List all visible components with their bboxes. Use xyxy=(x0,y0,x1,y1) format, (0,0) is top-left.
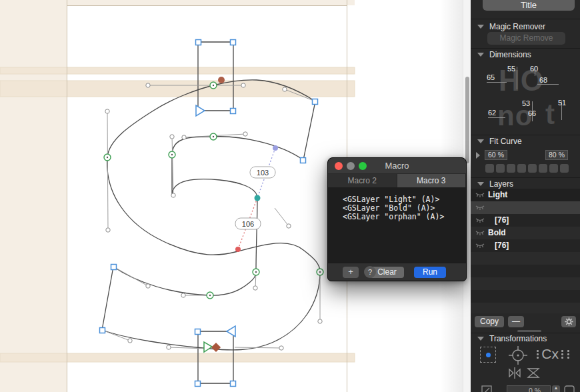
macro-panel-window[interactable]: Macro Macro 2 Macro 3 <GSLayer "Light" (… xyxy=(327,157,467,281)
console-line-1: <GSLayer "Light" (A)> xyxy=(343,195,439,204)
remove-layer-button[interactable]: — xyxy=(508,316,524,327)
right-sidebar: Title Magic Remover Magic Remove Dimensi… xyxy=(471,0,580,392)
macro-output-console[interactable]: <GSLayer "Light" (A)> <GSLayer "Bold" (A… xyxy=(328,187,466,264)
eye-icon[interactable] xyxy=(475,204,485,211)
fit-curve-max-field[interactable]: 80 % xyxy=(545,150,568,160)
disclosure-triangle-icon[interactable] xyxy=(477,337,484,341)
fit-curve-step-button[interactable] xyxy=(528,164,537,173)
fit-curve-expand-icon[interactable] xyxy=(476,152,480,159)
left-margin-area xyxy=(0,0,67,392)
eye-icon[interactable] xyxy=(475,229,485,237)
panel-resize-handle[interactable] xyxy=(517,330,541,332)
scrollbar-thumb[interactable] xyxy=(465,77,469,163)
dimension-value: 60 xyxy=(530,65,538,73)
fit-curve-step-button[interactable] xyxy=(517,164,526,173)
dimension-value: 68 xyxy=(539,76,547,84)
disclosure-triangle-icon[interactable] xyxy=(477,25,484,29)
dimension-value: 65 xyxy=(487,73,495,81)
start-node-triangles-blue[interactable] xyxy=(196,105,235,337)
scale-cx-icon[interactable]: Cx xyxy=(536,346,570,362)
layer-row-light[interactable]: Light xyxy=(471,189,580,201)
fit-curve-step-button[interactable] xyxy=(539,164,547,173)
fit-curve-step-button[interactable] xyxy=(560,164,569,173)
fit-curve-step-button[interactable] xyxy=(507,164,515,173)
layer-row-empty[interactable] xyxy=(471,277,580,290)
layer-settings-button[interactable] xyxy=(561,316,576,327)
layer-row-empty[interactable] xyxy=(471,303,580,313)
layer-row-bold[interactable]: Bold xyxy=(471,227,580,239)
offcurve-handles[interactable] xyxy=(105,83,322,350)
macro-tab-bar: Macro 2 Macro 3 xyxy=(328,174,466,187)
measurement-value-upper: 103 xyxy=(257,169,269,177)
layer-row-empty[interactable] xyxy=(471,265,580,277)
gear-icon xyxy=(565,317,573,326)
measurement-value-lower: 106 xyxy=(242,220,254,228)
transform-option-icon[interactable] xyxy=(564,385,575,392)
add-macro-button[interactable]: + xyxy=(343,267,359,278)
magic-remover-header[interactable]: Magic Remover xyxy=(471,22,580,33)
disclosure-triangle-icon[interactable] xyxy=(477,53,484,57)
help-button[interactable]: ? xyxy=(364,266,376,278)
bottom-anchor[interactable] xyxy=(211,343,221,352)
magic-remove-button[interactable]: Magic Remove xyxy=(487,32,565,45)
window-title: Macro xyxy=(328,161,466,171)
tab-macro-3[interactable]: Macro 3 xyxy=(397,174,467,187)
macro-titlebar[interactable]: Macro xyxy=(328,158,466,174)
flip-vertical-icon[interactable] xyxy=(527,367,540,379)
value-stepper[interactable]: ▲ xyxy=(552,385,560,392)
dimension-value: 51 xyxy=(558,99,566,107)
title-button[interactable]: Title xyxy=(483,0,575,11)
metric-lines xyxy=(67,0,347,392)
origin-center-dot[interactable] xyxy=(486,353,491,357)
fit-curve-step-button[interactable] xyxy=(485,164,494,173)
fit-curve-header[interactable]: Fit Curve xyxy=(471,137,580,147)
layer-row-empty[interactable] xyxy=(471,252,580,265)
layer-row-empty[interactable] xyxy=(471,290,580,303)
eye-icon[interactable] xyxy=(475,242,485,249)
scale-tool-icon[interactable] xyxy=(481,385,492,392)
start-node-triangle-green[interactable] xyxy=(204,342,212,352)
dimension-sample-t: t xyxy=(545,99,555,131)
dimension-value: 66 xyxy=(528,109,536,117)
glyph-outline-s[interactable] xyxy=(102,80,320,350)
macro-button-bar: + ? Clear Run xyxy=(328,263,466,281)
disclosure-triangle-icon[interactable] xyxy=(477,139,484,143)
eye-icon[interactable] xyxy=(475,217,485,224)
tab-macro-2[interactable]: Macro 2 xyxy=(328,174,397,187)
eye-icon[interactable] xyxy=(475,191,485,199)
fit-curve-min-field[interactable]: 60 % xyxy=(485,150,507,160)
transform-value-field[interactable]: 0 % xyxy=(507,385,551,392)
transformations-header[interactable]: Transformations xyxy=(471,334,580,345)
dimension-value: 55 xyxy=(507,65,515,73)
run-button[interactable]: Run xyxy=(414,267,446,278)
layer-row-76-bold[interactable]: [76] xyxy=(471,239,580,252)
console-line-3: <GSLayer "orphan" (A)> xyxy=(343,212,444,221)
flip-horizontal-icon[interactable] xyxy=(508,367,521,379)
dimension-value: 62 xyxy=(488,109,496,117)
copy-layer-button[interactable]: Copy xyxy=(475,316,504,327)
layer-row-selected[interactable] xyxy=(471,201,580,214)
dimensions-header[interactable]: Dimensions xyxy=(471,50,580,61)
top-anchor[interactable] xyxy=(218,77,225,83)
console-line-2: <GSLayer "Bold" (A)> xyxy=(343,203,435,213)
layer-row-76[interactable]: [76] xyxy=(471,214,580,227)
smooth-nodes[interactable] xyxy=(104,82,323,299)
fit-curve-step-button[interactable] xyxy=(549,164,558,173)
disclosure-triangle-icon[interactable] xyxy=(477,182,484,186)
top-margin-area xyxy=(0,0,355,5)
fit-curve-step-button[interactable] xyxy=(496,164,505,173)
glyphs-app-window: 103 106 Macro Macro 2 Macro 3 <GSLayer "… xyxy=(0,0,580,392)
crosshair-icon[interactable] xyxy=(508,345,528,365)
handle-lines xyxy=(102,85,320,349)
smooth-node-centers xyxy=(107,85,321,296)
dimension-value: 53 xyxy=(522,99,530,107)
transform-origin-icon[interactable] xyxy=(480,347,496,363)
